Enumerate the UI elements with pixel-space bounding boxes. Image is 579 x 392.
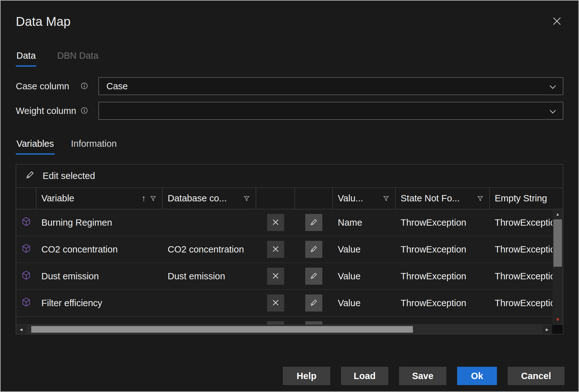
tab-data[interactable]: Data — [16, 50, 36, 67]
info-icon[interactable] — [81, 106, 88, 116]
close-icon — [552, 16, 562, 27]
cell-state-not-found: ThrowException — [396, 298, 490, 308]
header-state-not-found[interactable]: State Not Fo... — [396, 188, 490, 209]
scroll-down-icon[interactable]: ▼ — [552, 316, 563, 324]
variable-cube-icon — [22, 271, 30, 282]
pencil-icon — [310, 272, 318, 281]
title-bar: Data Map — [16, 1, 563, 29]
cell-state-not-found: ThrowException — [396, 217, 490, 228]
pencil-icon — [310, 218, 318, 227]
delete-row-button[interactable] — [267, 214, 284, 231]
ok-button[interactable]: Ok — [457, 367, 497, 385]
cell-value: Value — [333, 244, 396, 255]
cell-empty-string: ThrowException — [490, 217, 563, 228]
filter-icon[interactable] — [244, 193, 249, 204]
cell-empty-string: ThrowException — [490, 244, 563, 255]
variable-cube-icon — [22, 244, 30, 255]
case-column-dropdown[interactable]: Case — [98, 77, 563, 95]
cell-state-not-found: ThrowException — [396, 271, 490, 282]
scroll-up-icon[interactable]: ▲ — [552, 210, 563, 218]
pencil-icon — [310, 245, 318, 254]
x-icon — [272, 272, 279, 280]
case-column-row: Case column Case — [16, 77, 563, 95]
vertical-scrollbar[interactable]: ▲ ▼ — [552, 209, 563, 324]
table-row[interactable]: Filter efficiency Value ThrowException T… — [16, 290, 563, 317]
header-state-label: State Not Fo... — [401, 193, 460, 204]
table-row[interactable]: Dust emission Dust emission Value ThrowE… — [16, 263, 563, 290]
filter-icon[interactable] — [477, 193, 483, 204]
cell-empty-string: ThrowException — [490, 271, 563, 282]
cell-value: Value — [333, 298, 396, 308]
table-row-partial[interactable] — [16, 317, 563, 324]
sub-tabs: Variables Information — [16, 139, 563, 155]
delete-row-button[interactable] — [267, 294, 284, 312]
header-empty-string-label: Empty String — [495, 193, 547, 204]
filter-icon[interactable] — [150, 193, 156, 204]
edit-row-button[interactable] — [305, 268, 322, 285]
table-row[interactable]: CO2 concentration CO2 concentration Valu… — [16, 236, 563, 263]
header-delete-column — [256, 188, 295, 209]
cell-state-not-found: ThrowException — [396, 244, 490, 255]
vertical-scrollbar-thumb[interactable] — [553, 219, 562, 267]
table-body: Burning Regimen Name ThrowException Thro… — [16, 209, 563, 324]
help-button[interactable]: Help — [283, 367, 330, 385]
edit-row-button[interactable] — [305, 214, 322, 231]
footer-buttons: Help Load Save Ok Cancel — [283, 367, 564, 385]
header-empty-string[interactable]: Empty String — [490, 188, 563, 209]
tab-information[interactable]: Information — [70, 139, 117, 155]
case-column-label-wrap: Case column — [16, 81, 98, 92]
scroll-right-icon[interactable]: ► — [542, 325, 552, 334]
horizontal-scrollbar-track[interactable] — [26, 325, 542, 334]
cell-value: Name — [333, 217, 396, 228]
delete-row-button[interactable] — [267, 321, 284, 324]
table-row[interactable]: Burning Regimen Name ThrowException Thro… — [16, 209, 563, 236]
sort-ascending-icon[interactable]: ↑ — [142, 194, 146, 203]
tab-variables[interactable]: Variables — [16, 139, 55, 155]
header-database-column[interactable]: Database co... — [163, 188, 256, 209]
chevron-down-icon — [549, 106, 557, 116]
delete-row-button[interactable] — [267, 241, 284, 258]
x-icon — [272, 246, 279, 253]
cell-variable: Dust emission — [36, 271, 163, 282]
scrollbar-corner — [552, 325, 563, 334]
case-column-label: Case column — [16, 81, 69, 92]
variable-cube-icon — [22, 217, 30, 228]
table-header-row: Variable ↑ Database co... Valu... State … — [16, 188, 563, 209]
header-value[interactable]: Valu... — [333, 188, 396, 209]
cell-value: Value — [333, 271, 396, 282]
edit-row-button[interactable] — [305, 294, 322, 312]
weight-column-dropdown[interactable] — [98, 102, 563, 120]
cell-database-column: CO2 concentration — [163, 244, 256, 255]
cancel-button[interactable]: Cancel — [508, 367, 564, 385]
load-button[interactable]: Load — [341, 367, 388, 385]
weight-column-label-wrap: Weight column — [16, 106, 98, 116]
x-icon — [272, 219, 279, 227]
horizontal-scrollbar[interactable]: ◄ ► — [16, 324, 563, 334]
header-select-column — [16, 188, 36, 209]
variables-table: Edit selected Variable ↑ Database co... … — [16, 164, 563, 334]
delete-row-button[interactable] — [267, 268, 284, 285]
edit-row-button[interactable] — [305, 241, 322, 258]
dialog-title: Data Map — [16, 14, 563, 29]
tab-dbn-data[interactable]: DBN Data — [57, 50, 99, 67]
pencil-icon — [26, 170, 34, 181]
header-database-label: Database co... — [168, 193, 227, 204]
data-map-dialog: Data Map Data DBN Data Case column Case — [1, 1, 578, 334]
filter-icon[interactable] — [383, 193, 389, 204]
variable-cube-icon — [22, 298, 30, 309]
save-button[interactable]: Save — [399, 367, 446, 385]
cell-empty-string: ThrowException — [490, 298, 563, 308]
x-icon — [272, 299, 279, 307]
case-column-value: Case — [106, 81, 128, 92]
cell-database-column: Dust emission — [163, 271, 256, 282]
main-tabs: Data DBN Data — [16, 50, 563, 67]
close-button[interactable] — [551, 15, 563, 28]
scroll-left-icon[interactable]: ◄ — [16, 325, 26, 334]
info-icon[interactable] — [81, 81, 88, 92]
header-variable[interactable]: Variable ↑ — [36, 188, 163, 209]
header-value-label: Valu... — [338, 193, 363, 204]
horizontal-scrollbar-thumb[interactable] — [31, 326, 413, 333]
cell-variable: Burning Regimen — [36, 217, 163, 228]
edit-selected-button[interactable]: Edit selected — [16, 164, 563, 188]
edit-row-button[interactable] — [305, 321, 322, 324]
